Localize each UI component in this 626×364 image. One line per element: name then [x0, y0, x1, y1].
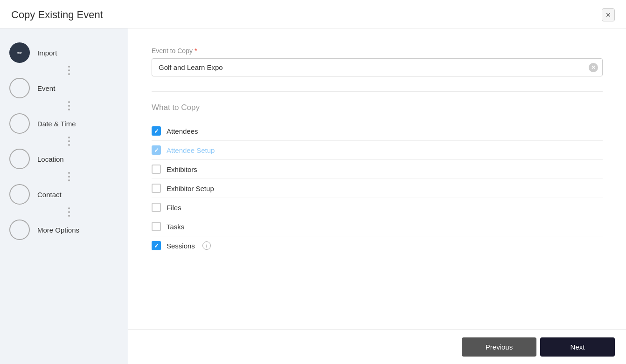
step-label-import: Import — [37, 49, 57, 57]
label-attendees: Attendees — [167, 127, 198, 135]
checkbox-item-sessions[interactable]: ✓ Sessions i — [152, 236, 603, 255]
dot — [68, 144, 70, 146]
checkbox-files[interactable] — [152, 203, 161, 212]
checkmark-sessions: ✓ — [154, 243, 159, 249]
step-circle-date-time — [9, 113, 30, 134]
dot — [68, 109, 70, 110]
checkbox-item-files[interactable]: Files — [152, 198, 603, 217]
checkbox-exhibitor-setup[interactable] — [152, 184, 161, 193]
checkmark-attendee-setup: ✓ — [154, 147, 159, 153]
sidebar: ✏ Import Event Date & Time — [0, 28, 128, 364]
checkbox-list: ✓ Attendees ✓ Attendee Setup — [152, 122, 603, 255]
main-content: Event to Copy* ✕ What to Copy — [128, 28, 626, 364]
sidebar-item-date-time[interactable]: Date & Time — [9, 113, 118, 134]
dot — [68, 140, 70, 142]
step-circle-location — [9, 149, 30, 169]
close-button[interactable]: ✕ — [602, 8, 615, 21]
label-attendee-setup: Attendee Setup — [167, 146, 215, 154]
sidebar-item-import[interactable]: ✏ Import — [9, 42, 118, 63]
dot — [68, 207, 70, 209]
dialog-body: ✏ Import Event Date & Time — [0, 28, 626, 364]
section-title: What to Copy — [152, 103, 603, 112]
step-circle-contact — [9, 184, 30, 205]
dot — [68, 101, 70, 103]
dot — [68, 211, 70, 213]
next-button[interactable]: Next — [540, 337, 615, 357]
step-circle-import: ✏ — [9, 42, 30, 63]
checkbox-tasks[interactable] — [152, 222, 161, 231]
connector-1 — [19, 63, 118, 78]
step-label-more-options: More Options — [37, 226, 79, 234]
event-to-copy-group: Event to Copy* ✕ — [152, 47, 603, 76]
step-label-location: Location — [37, 155, 64, 163]
event-input[interactable] — [152, 58, 603, 76]
step-circle-more-options — [9, 220, 30, 240]
sidebar-item-event[interactable]: Event — [9, 78, 118, 98]
dialog-title: Copy Existing Event — [11, 9, 103, 21]
dot — [68, 69, 70, 71]
connector-5 — [19, 205, 118, 220]
what-to-copy-section: What to Copy ✓ Attendees ✓ — [152, 103, 603, 255]
sessions-info-icon[interactable]: i — [202, 241, 211, 250]
copy-event-dialog: Copy Existing Event ✕ ✏ Import Event — [0, 0, 626, 364]
sidebar-item-contact[interactable]: Contact — [9, 184, 118, 205]
checkbox-item-exhibitors[interactable]: Exhibitors — [152, 160, 603, 179]
dialog-footer: Previous Next — [128, 330, 626, 364]
previous-button[interactable]: Previous — [462, 337, 536, 357]
dot — [68, 66, 70, 68]
label-exhibitors: Exhibitors — [167, 165, 197, 173]
checkmark-attendees: ✓ — [154, 128, 159, 134]
checkbox-item-attendee-setup[interactable]: ✓ Attendee Setup — [152, 141, 603, 160]
dot — [68, 137, 70, 138]
dot — [68, 73, 70, 75]
label-tasks: Tasks — [167, 223, 184, 231]
dot — [68, 215, 70, 217]
checkbox-exhibitors[interactable] — [152, 165, 161, 174]
connector-2 — [19, 98, 118, 113]
connector-4 — [19, 169, 118, 184]
event-label: Event to Copy* — [152, 47, 603, 55]
form-area: Event to Copy* ✕ What to Copy — [128, 28, 626, 330]
sidebar-item-location[interactable]: Location — [9, 149, 118, 169]
label-files: Files — [167, 204, 181, 212]
event-input-wrapper: ✕ — [152, 58, 603, 76]
step-label-contact: Contact — [37, 191, 62, 199]
checkbox-item-exhibitor-setup[interactable]: Exhibitor Setup — [152, 179, 603, 198]
checkbox-sessions[interactable]: ✓ — [152, 241, 161, 250]
dot — [68, 176, 70, 178]
label-sessions: Sessions — [167, 242, 195, 250]
step-circle-event — [9, 78, 30, 98]
dot — [68, 179, 70, 181]
checkbox-attendees[interactable]: ✓ — [152, 126, 161, 136]
clear-event-button[interactable]: ✕ — [589, 63, 598, 72]
dot — [68, 172, 70, 174]
connector-3 — [19, 134, 118, 149]
dot — [68, 105, 70, 107]
checkbox-item-tasks[interactable]: Tasks — [152, 217, 603, 236]
step-label-event: Event — [37, 84, 55, 92]
step-label-date-time: Date & Time — [37, 120, 76, 128]
checkbox-attendee-setup[interactable]: ✓ — [152, 145, 161, 155]
divider — [152, 91, 603, 92]
checkbox-item-attendees[interactable]: ✓ Attendees — [152, 122, 603, 141]
sidebar-item-more-options[interactable]: More Options — [9, 220, 118, 240]
dialog-header: Copy Existing Event ✕ — [0, 0, 626, 28]
label-exhibitor-setup: Exhibitor Setup — [167, 185, 214, 192]
